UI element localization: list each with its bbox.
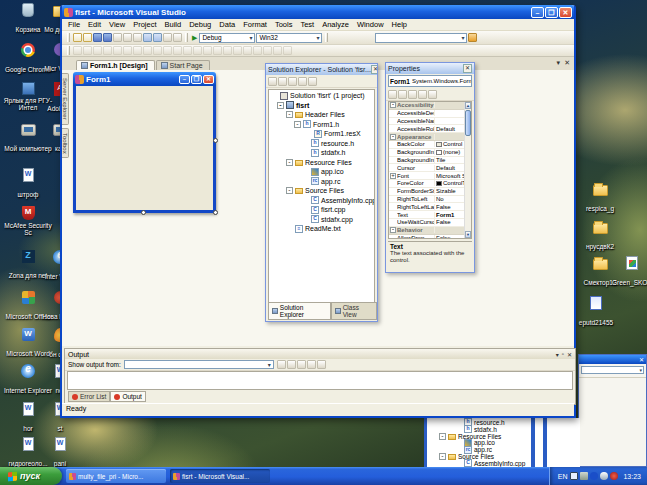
toolbar-icon[interactable]	[268, 77, 277, 86]
toolbar-icon[interactable]	[273, 46, 282, 55]
menu-item[interactable]: Debug	[185, 19, 215, 30]
toolbar-icon[interactable]	[133, 33, 142, 42]
tree-expander-icon[interactable]: -	[286, 187, 293, 194]
toolbar-icon[interactable]	[278, 77, 287, 86]
window-position-menu-icon[interactable]: ▾	[556, 351, 559, 358]
close-icon[interactable]: ✕	[463, 64, 472, 73]
toolbar-icon[interactable]	[143, 46, 152, 55]
menu-item[interactable]: Help	[388, 19, 411, 30]
menu-item[interactable]: File	[64, 19, 84, 30]
auto-hide-pin-icon[interactable]: ▫	[562, 351, 564, 358]
toolbar-icon[interactable]	[297, 360, 306, 369]
toolbar-grip[interactable]	[67, 33, 70, 42]
toolbar-icon[interactable]	[103, 33, 112, 42]
toolbar-icon[interactable]	[153, 33, 162, 42]
tree-item[interactable]: - Source Files	[269, 186, 374, 196]
resize-handle-right[interactable]	[213, 138, 218, 143]
toolbar-icon[interactable]	[143, 33, 152, 42]
tree-expander-icon[interactable]: -	[277, 102, 284, 109]
property-row[interactable]: AccessibleRol Default	[389, 125, 464, 133]
toolbar-icon[interactable]	[113, 33, 122, 42]
toolbar-icon[interactable]	[123, 33, 132, 42]
tree-item[interactable]: app.ico	[427, 439, 580, 446]
toolbar-icon[interactable]	[428, 90, 437, 99]
toolbar-icon[interactable]	[73, 46, 82, 55]
tray-icon[interactable]	[580, 472, 588, 480]
property-row[interactable]: Cursor Default	[389, 164, 464, 172]
output-source-combo[interactable]	[124, 360, 274, 369]
toolbar-icon[interactable]	[163, 46, 172, 55]
toolbar-icon[interactable]	[193, 46, 202, 55]
close-button[interactable]: ✕	[203, 75, 214, 84]
close-icon[interactable]: ✕	[567, 351, 572, 358]
scroll-up-icon[interactable]: ▲	[465, 102, 471, 109]
toolbar-icon[interactable]	[73, 33, 82, 42]
desktop-icon[interactable]: McAfee Security Sc	[2, 206, 54, 239]
tray-icon[interactable]	[570, 472, 578, 480]
language-indicator[interactable]: EN	[558, 473, 568, 480]
property-row[interactable]: Text Form1	[389, 211, 464, 219]
panel-tab[interactable]: Class View	[331, 302, 377, 320]
toolbar-icon[interactable]	[253, 46, 262, 55]
scrollbar[interactable]: ▲ ▼	[464, 102, 471, 238]
close-icon[interactable]: ✕	[371, 65, 377, 74]
toolbar-icon[interactable]	[213, 46, 222, 55]
property-row[interactable]: BackgroundIm Tile	[389, 157, 464, 165]
tree-item[interactable]: stdafx.cpp	[269, 215, 374, 225]
tree-item[interactable]: AssemblyInfo.cpp	[269, 196, 374, 206]
toolbar-icon[interactable]	[277, 360, 286, 369]
tree-item[interactable]: app.ico	[269, 167, 374, 177]
start-button[interactable]: пуск	[0, 467, 62, 485]
tray-icon[interactable]	[600, 472, 608, 480]
close-button[interactable]: ✕	[559, 7, 572, 18]
toolbar-icon[interactable]	[203, 46, 212, 55]
toolbar-icon[interactable]	[317, 360, 326, 369]
maximize-button[interactable]: ❐	[191, 75, 202, 84]
toolbar-icon[interactable]	[183, 46, 192, 55]
menu-item[interactable]: View	[105, 19, 129, 30]
toolbar-grip[interactable]	[185, 33, 188, 42]
toolbar-icon[interactable]	[223, 46, 232, 55]
resize-handle-corner[interactable]	[213, 210, 218, 215]
panel-tab[interactable]: Solution Explorer	[268, 302, 331, 320]
menu-item[interactable]: Edit	[84, 19, 105, 30]
toolbar-icon[interactable]	[133, 46, 142, 55]
desktop-icon[interactable]: штроф	[2, 168, 54, 201]
toolbar-icon[interactable]	[113, 46, 122, 55]
tree-item[interactable]: - Form1.h	[269, 120, 374, 130]
property-row[interactable]: AccessibleNar	[389, 118, 464, 126]
toolbar-icon[interactable]	[283, 46, 292, 55]
property-row[interactable]: FormBorderSt Sizable	[389, 188, 464, 196]
tree-expander-icon[interactable]: -	[439, 453, 446, 460]
tab-close-icon[interactable]: ✕	[564, 59, 570, 67]
document-tab[interactable]: Start Page	[156, 60, 210, 70]
menu-item[interactable]: Project	[129, 19, 160, 30]
toolbar-icon[interactable]	[173, 46, 182, 55]
document-tab[interactable]: Form1.h [Design]	[76, 60, 155, 70]
window-titlebar[interactable]: fisrt - Microsoft Visual Studio – ❐ ✕	[62, 5, 574, 19]
desktop-icon[interactable]: нрусдвК2	[580, 220, 620, 253]
scroll-down-icon[interactable]: ▼	[465, 231, 471, 238]
taskbar-window-button[interactable]: multy_file_pri - Micro...	[66, 469, 166, 483]
toolbar-icon[interactable]	[388, 90, 397, 99]
menu-item[interactable]: Window	[353, 19, 388, 30]
tree-item[interactable]: stdafx.h	[269, 148, 374, 158]
panel-tab[interactable]: Error List	[68, 391, 110, 402]
tree-item[interactable]: AssemblyInfo.cpp	[427, 460, 580, 467]
property-row[interactable]: - Behavior	[389, 227, 464, 235]
tree-item[interactable]: stdafx.h	[427, 426, 580, 433]
toolbar-icon[interactable]	[153, 46, 162, 55]
tree-item[interactable]: resource.h	[427, 419, 580, 426]
tree-expander-icon[interactable]: -	[286, 159, 293, 166]
output-titlebar[interactable]: Output ▾ ▫ ✕	[65, 349, 575, 359]
toolbar-icon[interactable]	[173, 33, 182, 42]
form-designer[interactable]: Form1 – ❐ ✕	[73, 72, 216, 213]
tray-icon[interactable]	[590, 472, 598, 480]
menu-item[interactable]: Test	[296, 19, 318, 30]
property-row[interactable]: RightToLeft No	[389, 196, 464, 204]
tree-item[interactable]: - fisrt	[269, 101, 374, 111]
properties-titlebar[interactable]: Properties ✕	[386, 63, 474, 74]
object-selector-combo[interactable]: Form1 System.Windows.Forms.	[388, 75, 472, 87]
tree-expander-icon[interactable]: -	[286, 111, 293, 118]
find-in-files-icon[interactable]	[468, 33, 477, 42]
